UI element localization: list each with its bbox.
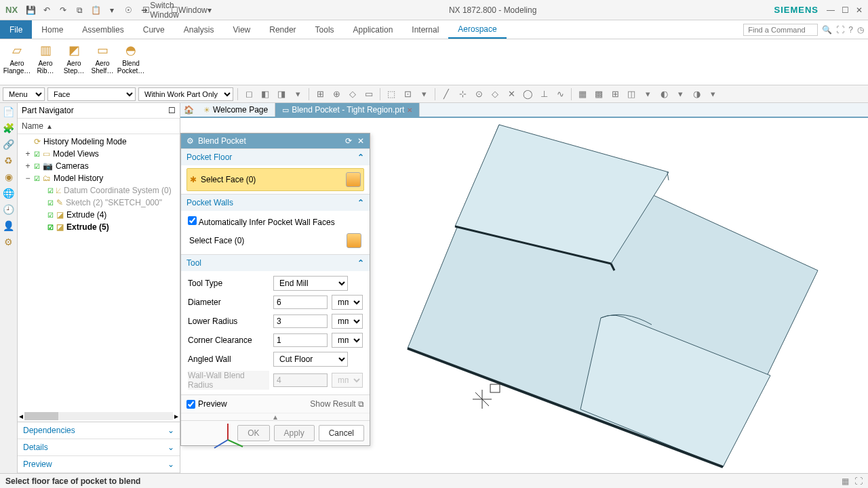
tree-model-history[interactable]: −☑🗂Model History (18, 172, 180, 184)
view-icon-2[interactable]: ▩ (592, 87, 606, 101)
undo-icon[interactable]: ↶ (41, 4, 53, 16)
tree-cameras[interactable]: +☑📷Cameras (18, 160, 180, 172)
graphics-viewport[interactable]: ⚙Blend Pocket ⟳✕ Pocket Floor⌃ ✱ Select … (180, 118, 868, 473)
close-button[interactable]: ✕ (856, 5, 863, 15)
tree-datum-csys[interactable]: ☑⟀Datum Coordinate System (0) (18, 184, 180, 197)
help-icon[interactable]: ? (848, 25, 853, 35)
sel-icon-4[interactable]: ▾ (291, 87, 304, 101)
snap-perp-icon[interactable]: ⊥ (537, 87, 551, 101)
copy-icon[interactable]: ⧉ (73, 4, 85, 16)
snap-end-icon[interactable]: ╱ (439, 87, 453, 101)
tab-curve[interactable]: Curve (134, 20, 174, 39)
doc-home-icon[interactable]: 🏠 (180, 103, 197, 117)
rb-browser-icon[interactable]: 🌐 (3, 187, 15, 199)
view-icon-6[interactable]: ◐ (657, 87, 671, 101)
sel-icon-7[interactable]: ◇ (346, 87, 359, 101)
rb-constraint-icon[interactable]: 🔗 (3, 138, 15, 150)
tab-application[interactable]: Application (344, 20, 403, 39)
rb-assembly-icon[interactable]: 🧩 (3, 122, 15, 134)
status-icon-2[interactable]: ⛶ (854, 476, 863, 486)
scroll-left-icon[interactable]: ◂ (19, 411, 23, 421)
tab-internal[interactable]: Internal (402, 20, 448, 39)
doc-tab-active[interactable]: ▭Blend Pocket - Tight Region.prt ✕ (275, 103, 420, 117)
snap-tangent-icon[interactable]: ◯ (521, 87, 534, 101)
sel-icon-5[interactable]: ⊞ (313, 87, 327, 101)
tab-assemblies[interactable]: Assemblies (73, 20, 133, 39)
navigator-tree: ⟳History Modeling Mode +☑▭Model Views +☑… (18, 134, 180, 297)
tree-extrude-4[interactable]: ☑◪Extrude (4) (18, 209, 180, 221)
blend-pocket-button[interactable]: ◓Blend Pocket… (118, 41, 144, 83)
fullscreen-icon[interactable]: ⛶ (836, 25, 844, 35)
panel-details[interactable]: Details⌄ (18, 439, 180, 456)
tab-view[interactable]: View (223, 20, 260, 39)
view-icon-4[interactable]: ◫ (625, 87, 638, 101)
status-bar: Select floor face of pocket to blend ▦ ⛶ (0, 473, 868, 488)
view-icon-8[interactable]: ◑ (690, 87, 703, 101)
tree-history-mode[interactable]: ⟳History Modeling Mode (18, 136, 180, 148)
search-icon[interactable]: 🔍 (822, 25, 832, 35)
tab-tools[interactable]: Tools (306, 20, 344, 39)
snap-center-icon[interactable]: ⊙ (472, 87, 486, 101)
navigator-column-header[interactable]: Name▲ (18, 119, 180, 134)
sel-icon-11[interactable]: ▾ (417, 87, 431, 101)
tree-model-views[interactable]: +☑▭Model Views (18, 148, 180, 160)
sel-icon-1[interactable]: ◻ (242, 87, 256, 101)
save-icon[interactable]: 💾 (24, 4, 37, 16)
tab-file[interactable]: File (0, 20, 32, 39)
panel-dependencies[interactable]: Dependencies⌄ (18, 422, 180, 439)
rb-part-navigator-icon[interactable]: 📄 (3, 106, 15, 118)
sel-icon-9[interactable]: ⬚ (384, 87, 398, 101)
view-icon-3[interactable]: ⊞ (608, 87, 622, 101)
status-icon-1[interactable]: ▦ (842, 476, 849, 486)
selection-scope-dropdown[interactable]: Within Work Part Only (138, 87, 233, 101)
snap-intersect-icon[interactable]: ✕ (505, 87, 518, 101)
doc-tab-welcome[interactable]: ☀Welcome Page (197, 103, 275, 117)
snap-quad-icon[interactable]: ◇ (488, 87, 502, 101)
paste-icon[interactable]: 📋 (90, 4, 102, 16)
view-icon-5[interactable]: ▾ (641, 87, 654, 101)
rb-reuse-icon[interactable]: ♻ (3, 155, 15, 167)
redo-icon[interactable]: ↷ (57, 4, 69, 16)
rb-hd3d-icon[interactable]: ◉ (3, 171, 15, 183)
sel-icon-6[interactable]: ⊕ (330, 87, 343, 101)
sel-icon-2[interactable]: ◧ (258, 87, 272, 101)
aero-rib-button[interactable]: ▥Aero Rib… (33, 41, 58, 83)
navigator-hscroll[interactable]: ◂ ▸ (18, 411, 180, 422)
maximize-button[interactable]: ☐ (842, 5, 849, 15)
aero-flange-button[interactable]: ▱Aero Flange… (4, 41, 30, 83)
tab-home[interactable]: Home (32, 20, 73, 39)
scroll-thumb[interactable] (24, 412, 58, 420)
more-icon[interactable]: ▾ (106, 4, 118, 16)
snap-mid-icon[interactable]: ⊹ (456, 87, 469, 101)
tab-analysis[interactable]: Analysis (174, 20, 224, 39)
snap-near-icon[interactable]: ∿ (553, 87, 567, 101)
panel-preview[interactable]: Preview⌄ (18, 456, 180, 473)
tab-render[interactable]: Render (260, 20, 305, 39)
rb-system-icon[interactable]: ⚙ (3, 236, 15, 248)
selection-filter-dropdown[interactable]: Face (47, 87, 136, 101)
doc-tab-close-icon[interactable]: ✕ (407, 106, 412, 114)
aero-shelf-button[interactable]: ▭Aero Shelf… (90, 41, 115, 83)
rb-history-icon[interactable]: 🕘 (3, 203, 15, 216)
sel-icon-3[interactable]: ◨ (275, 87, 288, 101)
switch-window-button[interactable]: ☐ Switch Window (155, 4, 167, 16)
options-icon[interactable]: ◷ (857, 25, 864, 35)
view-icon-1[interactable]: ▦ (576, 87, 589, 101)
view-icon-9[interactable]: ▾ (706, 87, 719, 101)
tab-aerospace[interactable]: Aerospace (448, 20, 506, 39)
scroll-right-icon[interactable]: ▸ (174, 411, 178, 421)
menu-dropdown[interactable]: Menu (3, 87, 45, 101)
aero-step-button[interactable]: ◩Aero Step… (61, 41, 87, 83)
window-menu-button[interactable]: ☐ Window ▾ (171, 4, 212, 16)
view-icon-7[interactable]: ▾ (673, 87, 687, 101)
navigator-pin-icon[interactable]: ☐ (168, 106, 176, 115)
minimize-button[interactable]: — (827, 5, 835, 15)
command-search-input[interactable] (743, 24, 818, 36)
tree-sketch[interactable]: ☑✎Sketch (2) "SKETCH_000" (18, 197, 180, 209)
tree-extrude-5[interactable]: ☑◪Extrude (5) (18, 221, 180, 233)
scroll-track[interactable] (24, 412, 173, 420)
sel-icon-8[interactable]: ▭ (362, 87, 376, 101)
touch-icon[interactable]: ☉ (122, 4, 134, 16)
rb-roles-icon[interactable]: 👤 (3, 220, 15, 232)
sel-icon-10[interactable]: ⊡ (401, 87, 414, 101)
